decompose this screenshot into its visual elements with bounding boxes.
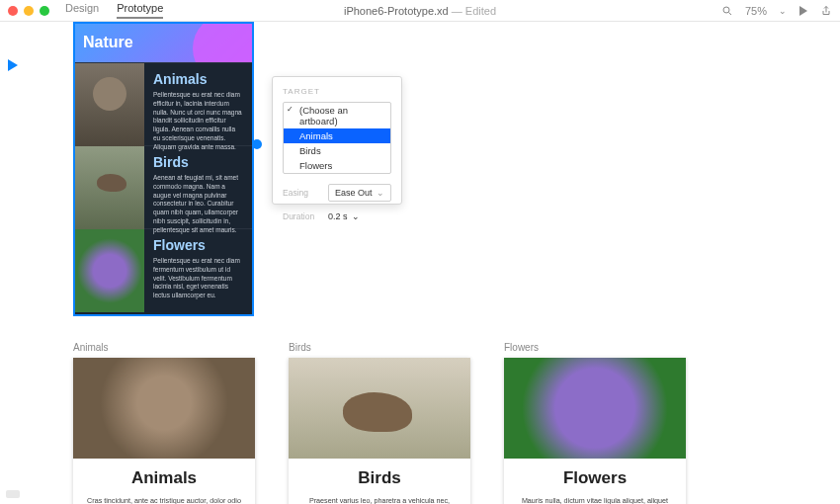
easing-row: Easing Ease Out ⌄ bbox=[283, 184, 391, 202]
row-text: Animals Pellentesque eu erat nec diam ef… bbox=[144, 63, 252, 145]
row-text: Flowers Pellentesque eu erat nec diam fe… bbox=[144, 229, 252, 311]
card-heading: Animals bbox=[73, 459, 255, 496]
document-name: iPhone6-Prototype.xd bbox=[344, 5, 449, 17]
thumbnail-animals bbox=[75, 63, 144, 146]
dropdown-option[interactable]: (Choose an artboard) bbox=[284, 103, 390, 128]
row-body: Pellentesque eu erat nec diam efficitur … bbox=[153, 91, 243, 151]
easing-label: Easing bbox=[283, 188, 322, 198]
artboard-animals[interactable]: Animals Animals Cras tincidunt, ante ac … bbox=[73, 342, 255, 504]
tab-prototype[interactable]: Prototype bbox=[117, 2, 163, 19]
list-item[interactable]: Flowers Pellentesque eu erat nec diam fe… bbox=[75, 228, 252, 311]
artboard-flowers[interactable]: Flowers Flowers Mauris nulla, dictum vit… bbox=[504, 342, 686, 504]
zoom-chevron-icon[interactable]: ⌄ bbox=[779, 6, 787, 16]
card-image bbox=[504, 358, 686, 459]
toolbar-right: 75% ⌄ bbox=[721, 5, 832, 17]
artboard-birds[interactable]: Birds Birds Praesent varius leo, pharetr… bbox=[289, 342, 470, 504]
card-body: Cras tincidunt, ante ac tristique auctor… bbox=[73, 496, 255, 504]
play-preview-icon[interactable] bbox=[798, 6, 808, 16]
developer-toggle-icon[interactable] bbox=[6, 490, 20, 498]
row-body: Aenean at feugiat mi, sit amet commodo m… bbox=[153, 174, 243, 234]
document-edited-suffix: — Edited bbox=[449, 5, 496, 17]
thumbnail-flowers bbox=[75, 229, 144, 312]
minimize-window[interactable] bbox=[24, 6, 34, 16]
mode-tabs: Design Prototype bbox=[65, 2, 163, 19]
search-icon[interactable] bbox=[721, 5, 733, 17]
artboard-header: Nature bbox=[75, 24, 252, 62]
card-heading: Flowers bbox=[504, 459, 686, 496]
svg-point-0 bbox=[723, 7, 729, 13]
svg-line-1 bbox=[728, 12, 731, 15]
dropdown-list: (Choose an artboard) Animals Birds Flowe… bbox=[284, 103, 390, 173]
interaction-panel: TARGET (Choose an artboard) Animals Bird… bbox=[272, 76, 402, 205]
card: Birds Praesent varius leo, pharetra a ve… bbox=[289, 358, 470, 504]
artboard-nature[interactable]: Nature Animals Pellentesque eu erat nec … bbox=[73, 22, 254, 316]
card-image bbox=[73, 358, 255, 459]
easing-value: Ease Out bbox=[335, 188, 373, 198]
window-controls bbox=[8, 6, 49, 16]
chevron-down-icon: ⌄ bbox=[377, 188, 384, 198]
duration-value-control[interactable]: 0.2 s ⌄ bbox=[328, 211, 360, 221]
canvas[interactable]: Nature Animals Pellentesque eu erat nec … bbox=[0, 22, 840, 504]
target-label: TARGET bbox=[283, 87, 391, 96]
artboard-label: Flowers bbox=[504, 342, 686, 353]
duration-row: Duration 0.2 s ⌄ bbox=[283, 211, 391, 221]
close-window[interactable] bbox=[8, 6, 18, 16]
dropdown-option[interactable]: Animals bbox=[284, 128, 390, 143]
dropdown-option[interactable]: Birds bbox=[284, 143, 390, 158]
svg-marker-2 bbox=[799, 6, 807, 16]
row-title: Animals bbox=[153, 71, 243, 87]
card: Flowers Mauris nulla, dictum vitae ligul… bbox=[504, 358, 686, 504]
tab-design[interactable]: Design bbox=[65, 2, 99, 19]
app-toolbar: Design Prototype iPhone6-Prototype.xd — … bbox=[0, 0, 840, 22]
artboard-label: Animals bbox=[73, 342, 255, 353]
chevron-down-icon: ⌄ bbox=[352, 211, 360, 221]
home-artboard-marker-icon[interactable] bbox=[8, 57, 18, 75]
card: Animals Cras tincidunt, ante ac tristiqu… bbox=[73, 358, 255, 504]
artboard-label: Birds bbox=[289, 342, 470, 353]
card-body: Praesent varius leo, pharetra a vehicula… bbox=[289, 496, 470, 504]
zoom-window[interactable] bbox=[40, 6, 49, 16]
svg-marker-3 bbox=[8, 59, 18, 71]
row-text: Birds Aenean at feugiat mi, sit amet com… bbox=[144, 146, 252, 228]
card-heading: Birds bbox=[289, 459, 470, 496]
wire-connector[interactable] bbox=[252, 139, 262, 149]
row-title: Birds bbox=[153, 154, 243, 170]
easing-select[interactable]: Ease Out ⌄ bbox=[328, 184, 391, 202]
artboard-title: Nature bbox=[83, 34, 133, 51]
dropdown-option[interactable]: Flowers bbox=[284, 158, 390, 173]
list-item[interactable]: Birds Aenean at feugiat mi, sit amet com… bbox=[75, 145, 252, 228]
share-icon[interactable] bbox=[820, 5, 832, 17]
card-image bbox=[289, 358, 470, 459]
thumbnail-birds bbox=[75, 146, 144, 229]
card-body: Mauris nulla, dictum vitae ligula alique… bbox=[504, 496, 686, 504]
duration-label: Duration bbox=[283, 211, 322, 221]
zoom-level[interactable]: 75% bbox=[745, 5, 767, 17]
row-body: Pellentesque eu erat nec diam fermentum … bbox=[153, 257, 243, 300]
duration-value: 0.2 s bbox=[328, 211, 348, 221]
list-item[interactable]: Animals Pellentesque eu erat nec diam ef… bbox=[75, 62, 252, 145]
row-title: Flowers bbox=[153, 237, 243, 253]
document-title: iPhone6-Prototype.xd — Edited bbox=[344, 5, 496, 17]
target-dropdown[interactable]: (Choose an artboard) Animals Birds Flowe… bbox=[283, 102, 391, 174]
